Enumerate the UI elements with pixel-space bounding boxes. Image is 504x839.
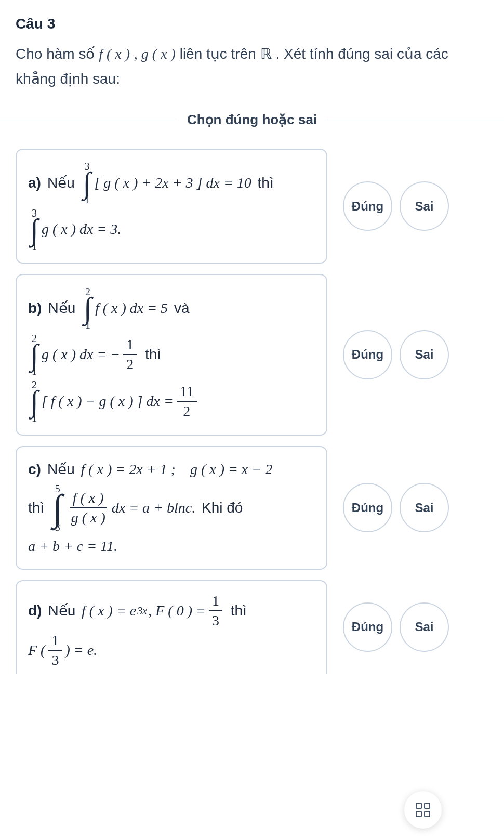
text-neu-c: Nếu <box>47 458 75 480</box>
frac-num: 11 <box>177 383 197 402</box>
int-lb: 1 <box>32 366 37 376</box>
frac-den: 3 <box>48 651 62 668</box>
fraction-d1: 1 3 <box>209 593 222 629</box>
statement-card-a: a) Nếu 3 ∫ 1 [ g ( x ) + 2x + 3 ] dx = 1… <box>16 149 327 264</box>
qtext-part1: Cho hàm số <box>16 46 99 62</box>
text-thi-b: thì <box>145 344 161 365</box>
eq-d1-sup: 3x <box>137 603 147 619</box>
int-body-a2: g ( x ) dx = 3. <box>42 218 121 240</box>
question-title: Câu 3 <box>16 16 488 32</box>
false-button-c[interactable]: Sai <box>400 483 449 532</box>
integral-b2: 2 ∫ 1 <box>30 333 38 377</box>
item-label-a: a) <box>28 172 41 194</box>
frac-den: 2 <box>180 402 193 420</box>
false-button-b[interactable]: Sai <box>400 330 449 379</box>
item-label-b: b) <box>28 297 42 319</box>
statement-card-b: b) Nếu 2 ∫ 1 f ( x ) dx = 5 và 2 ∫ 1 g (… <box>16 274 327 436</box>
text-neu-d: Nếu <box>48 600 75 622</box>
button-group-b: Đúng Sai <box>338 330 488 379</box>
int-lb: 1 <box>32 241 37 251</box>
frac-den: 3 <box>209 611 222 629</box>
item-label-d: d) <box>28 600 42 622</box>
false-button-d[interactable]: Sai <box>400 602 449 652</box>
text-neu-b: Nếu <box>48 297 75 319</box>
frac-num: 1 <box>123 336 137 355</box>
math-gx: g ( x ) <box>141 46 176 62</box>
integral-c: 5 ∫ 3 <box>52 483 63 532</box>
text-va-b: và <box>174 297 190 319</box>
divider-label: Chọn đúng hoặc sai <box>177 112 327 128</box>
eq-d1-mid: , F ( 0 ) = <box>148 600 206 622</box>
integral-b3: 2 ∫ 1 <box>30 379 38 423</box>
integral-icon: ∫ <box>52 494 63 522</box>
button-group-c: Đúng Sai <box>338 483 488 532</box>
integral-a2: 3 ∫ 1 <box>30 208 38 252</box>
frac-num: 1 <box>48 632 62 651</box>
section-divider: Chọn đúng hoặc sai <box>0 112 504 128</box>
int-body-b2-pre: g ( x ) dx = − <box>42 344 120 365</box>
item-label-c: c) <box>28 458 41 480</box>
true-button-c[interactable]: Đúng <box>343 483 392 532</box>
eq-d2-post: ) = e. <box>65 639 97 661</box>
math-real: ℝ <box>260 46 272 62</box>
frac-den: 2 <box>123 355 137 373</box>
text-thi-a: thì <box>258 172 274 194</box>
math-fx: f ( x ) <box>99 46 130 62</box>
item-row-b: b) Nếu 2 ∫ 1 f ( x ) dx = 5 và 2 ∫ 1 g (… <box>16 274 488 436</box>
eq-d1-pre: f ( x ) = e <box>82 600 136 622</box>
integral-icon: ∫ <box>84 297 92 320</box>
integral-a1: 3 ∫ 1 <box>83 161 91 205</box>
true-button-a[interactable]: Đúng <box>343 181 392 231</box>
eq-c2: a + b + c = 11. <box>28 535 117 557</box>
divider-line-left <box>0 120 177 120</box>
statement-card-d: d) Nếu f ( x ) = e3x , F ( 0 ) = 1 3 thì… <box>16 580 327 674</box>
statement-card-c: c) Nếu f ( x ) = 2x + 1 ; g ( x ) = x − … <box>16 446 327 570</box>
integral-icon: ∫ <box>30 218 38 241</box>
eq-d2-pre: F ( <box>28 639 45 661</box>
eq-c1: f ( x ) = 2x + 1 ; g ( x ) = x − 2 <box>81 458 272 480</box>
int-body-b3-pre: [ f ( x ) − g ( x ) ] dx = <box>42 390 174 412</box>
frac-num: 1 <box>209 593 222 611</box>
text-thi-d: thì <box>231 600 247 622</box>
true-button-b[interactable]: Đúng <box>343 330 392 379</box>
true-button-d[interactable]: Đúng <box>343 602 392 652</box>
item-row-a: a) Nếu 3 ∫ 1 [ g ( x ) + 2x + 3 ] dx = 1… <box>16 149 488 264</box>
int-body-b1: f ( x ) dx = 5 <box>95 297 168 319</box>
integral-icon: ∫ <box>30 344 38 366</box>
divider-line-right <box>327 120 504 120</box>
qtext-part2: liên tục trên <box>180 46 260 62</box>
question-text: Cho hàm số f ( x ) , g ( x ) liên tục tr… <box>16 42 488 91</box>
frac-num: f ( x ) <box>70 490 107 508</box>
item-row-d: d) Nếu f ( x ) = e3x , F ( 0 ) = 1 3 thì… <box>16 580 488 674</box>
int-lb: 3 <box>55 522 60 532</box>
button-group-a: Đúng Sai <box>338 181 488 231</box>
int-lb: 1 <box>85 320 90 330</box>
int-lb: 1 <box>84 194 89 205</box>
math-comma: , <box>134 46 141 62</box>
integral-icon: ∫ <box>30 390 38 413</box>
fraction-b2: 1 2 <box>123 336 137 373</box>
button-group-d: Đúng Sai <box>338 602 488 652</box>
item-row-c: c) Nếu f ( x ) = 2x + 1 ; g ( x ) = x − … <box>16 446 488 570</box>
text-neu-a: Nếu <box>47 172 75 194</box>
fraction-d2: 1 3 <box>48 632 62 668</box>
frac-den: g ( x ) <box>68 508 109 526</box>
eq-c-int-after: dx = a + blnc. <box>112 497 195 519</box>
fraction-c: f ( x ) g ( x ) <box>68 490 109 526</box>
int-lb: 1 <box>32 413 37 423</box>
false-button-a[interactable]: Sai <box>400 181 449 231</box>
text-thi-c: thì <box>28 497 44 519</box>
int-body-a1: [ g ( x ) + 2x + 3 ] dx = 10 <box>94 172 251 194</box>
integral-icon: ∫ <box>83 172 91 194</box>
text-khido-c: Khi đó <box>202 497 243 519</box>
fraction-b3: 11 2 <box>177 383 197 420</box>
integral-b1: 2 ∫ 1 <box>84 286 92 330</box>
